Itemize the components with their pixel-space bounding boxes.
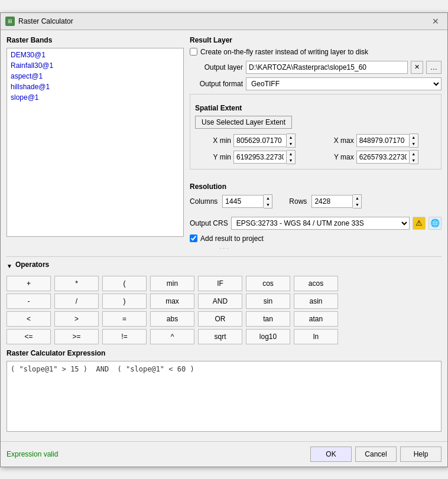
- rows-input[interactable]: [311, 195, 353, 208]
- crs-select[interactable]: EPSG:32733 - WGS 84 / UTM zone 33S: [231, 217, 410, 230]
- output-layer-input[interactable]: [246, 61, 408, 74]
- operator-button[interactable]: abs: [150, 311, 194, 327]
- raster-bands-list[interactable]: DEM30@1Rainfall30@1aspect@1hillshade@1sl…: [7, 48, 184, 237]
- app-icon: ⊞: [5, 17, 15, 26]
- browse-output-button[interactable]: …: [426, 61, 441, 74]
- operator-button[interactable]: +: [7, 276, 51, 291]
- xmin-down-btn[interactable]: ▼: [287, 141, 295, 147]
- operator-button[interactable]: ^: [150, 329, 194, 344]
- xmax-down-btn[interactable]: ▼: [410, 141, 418, 147]
- ymax-label: Y max: [316, 153, 353, 161]
- operator-button[interactable]: tan: [246, 311, 290, 327]
- divider: · · ·: [7, 245, 441, 252]
- ymax-down-btn[interactable]: ▼: [410, 157, 418, 164]
- rows-up-btn[interactable]: ▲: [353, 195, 361, 201]
- operator-button[interactable]: min: [150, 276, 194, 291]
- operator-button[interactable]: OR: [198, 311, 242, 327]
- columns-down-btn[interactable]: ▼: [264, 201, 272, 208]
- operator-button[interactable]: max: [150, 294, 194, 309]
- raster-bands-title: Raster Bands: [7, 36, 184, 44]
- ymax-input[interactable]: [356, 151, 410, 164]
- operator-button[interactable]: >=: [54, 329, 99, 344]
- operator-button[interactable]: atan: [294, 311, 338, 327]
- columns-spinbox: ▲ ▼: [222, 194, 272, 208]
- operator-button[interactable]: AND: [198, 294, 242, 309]
- output-format-select[interactable]: GeoTIFFPNGGTiff: [246, 77, 441, 90]
- operator-row: <=>=!=^sqrtlog10ln: [7, 329, 441, 344]
- xmin-label: X min: [195, 136, 231, 145]
- resolution-row: Columns ▲ ▼ Rows ▲: [190, 194, 441, 208]
- operator-button[interactable]: asin: [294, 294, 338, 309]
- operator-button[interactable]: acos: [294, 276, 338, 291]
- xmax-input[interactable]: [356, 134, 410, 147]
- crs-globe-icon[interactable]: 🌐: [428, 217, 441, 230]
- create-on-fly-checkbox[interactable]: [190, 48, 197, 56]
- operator-button[interactable]: (: [102, 276, 147, 291]
- resolution-box: Resolution Columns ▲ ▼ Rows: [190, 173, 441, 217]
- operators-grid: +*(minIFcosacos-/)maxANDsinasin<>=absORt…: [7, 276, 441, 344]
- dialog-buttons: OK Cancel Help: [310, 447, 441, 462]
- rows-down-btn[interactable]: ▼: [353, 201, 361, 208]
- spatial-extent-title: Spatial Extent: [195, 104, 436, 112]
- add-result-checkbox[interactable]: [190, 234, 197, 242]
- operator-button[interactable]: !=: [102, 329, 147, 344]
- xmax-spinbox: ▲ ▼: [356, 133, 436, 148]
- operator-button[interactable]: sin: [246, 294, 290, 309]
- columns-input[interactable]: [222, 195, 264, 208]
- left-panel: Raster Bands DEM30@1Rainfall30@1aspect@1…: [7, 36, 184, 243]
- operator-button[interactable]: *: [54, 276, 99, 291]
- operator-button[interactable]: cos: [246, 276, 290, 291]
- close-button[interactable]: ✕: [428, 16, 443, 27]
- operator-button[interactable]: <: [7, 311, 51, 327]
- operator-button[interactable]: /: [54, 294, 99, 309]
- operator-button[interactable]: ): [102, 294, 147, 309]
- operator-button[interactable]: sqrt: [198, 329, 242, 344]
- spatial-extent-box: Spatial Extent Use Selected Layer Extent…: [190, 94, 441, 170]
- operator-button[interactable]: log10: [246, 329, 290, 344]
- output-crs-label: Output CRS: [190, 219, 228, 227]
- output-layer-label: Output layer: [190, 63, 243, 71]
- operator-button[interactable]: IF: [198, 276, 242, 291]
- collapse-icon: ▼: [7, 263, 12, 269]
- xmin-up-btn[interactable]: ▲: [287, 134, 295, 141]
- ymin-down-btn[interactable]: ▼: [287, 157, 295, 164]
- ymax-up-btn[interactable]: ▲: [410, 151, 418, 157]
- output-format-row: Output format GeoTIFFPNGGTiff: [190, 77, 441, 90]
- output-format-label: Output format: [190, 80, 243, 88]
- output-crs-row: Output CRS EPSG:32733 - WGS 84 / UTM zon…: [190, 217, 441, 230]
- add-result-label: Add result to project: [200, 234, 264, 243]
- warning-icon[interactable]: ⚠: [413, 217, 426, 230]
- xmax-up-btn[interactable]: ▲: [410, 134, 418, 141]
- ymin-spinbox: ▲ ▼: [233, 150, 313, 164]
- expression-box[interactable]: ( "slope@1" > 15 ) AND ( "slope@1" < 60 …: [7, 361, 441, 432]
- ymin-input[interactable]: [233, 151, 287, 164]
- operators-header[interactable]: ▼ Operators: [7, 260, 441, 272]
- band-list-item[interactable]: aspect@1: [8, 71, 182, 82]
- cancel-button[interactable]: Cancel: [355, 447, 397, 462]
- help-button[interactable]: Help: [400, 447, 441, 462]
- xmax-label: X max: [316, 136, 353, 145]
- expression-section: Raster Calculator Expression ( "slope@1"…: [7, 349, 441, 432]
- ymin-label: Y min: [195, 153, 231, 161]
- use-selected-layer-extent-button[interactable]: Use Selected Layer Extent: [195, 116, 292, 129]
- right-panel: Result Layer Create on-the-fly raster in…: [190, 36, 441, 243]
- band-list-item[interactable]: Rainfall30@1: [8, 60, 182, 71]
- expression-title: Raster Calculator Expression: [7, 349, 441, 357]
- band-list-item[interactable]: slope@1: [8, 92, 182, 103]
- operator-row: <>=absORtanatan: [7, 311, 441, 327]
- operator-button[interactable]: ln: [294, 329, 338, 344]
- operator-button[interactable]: >: [54, 311, 99, 327]
- operator-button[interactable]: =: [102, 311, 147, 327]
- create-on-fly-label: Create on-the-fly raster instead of writ…: [200, 48, 368, 56]
- ymin-up-btn[interactable]: ▲: [287, 151, 295, 157]
- operator-button[interactable]: <=: [7, 329, 51, 344]
- operators-title: Operators: [15, 260, 49, 269]
- xmin-spinbox: ▲ ▼: [233, 133, 313, 148]
- columns-up-btn[interactable]: ▲: [264, 195, 272, 201]
- clear-output-button[interactable]: ✕: [411, 61, 423, 74]
- operator-button[interactable]: -: [7, 294, 51, 309]
- xmin-input[interactable]: [233, 134, 287, 147]
- ok-button[interactable]: OK: [310, 447, 352, 462]
- band-list-item[interactable]: DEM30@1: [8, 50, 182, 60]
- band-list-item[interactable]: hillshade@1: [8, 82, 182, 92]
